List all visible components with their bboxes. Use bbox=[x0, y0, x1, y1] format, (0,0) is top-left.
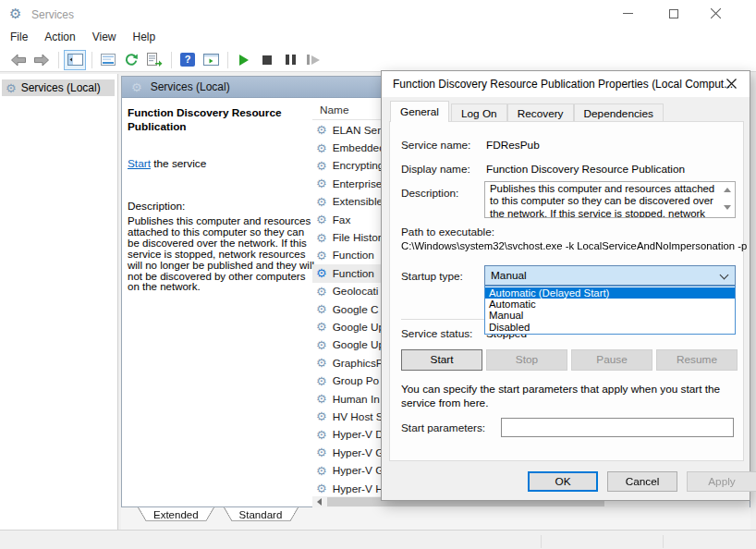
status-bar bbox=[0, 530, 756, 549]
dropdown-option[interactable]: Automatic bbox=[485, 299, 735, 310]
toolbar-separator bbox=[58, 52, 59, 68]
help-button[interactable]: ? bbox=[177, 50, 199, 70]
service-gear-icon: ⚙ bbox=[316, 482, 327, 494]
menu-item-help[interactable]: Help bbox=[125, 28, 165, 48]
menu-item-view[interactable]: View bbox=[84, 28, 125, 48]
service-row-label: Google Up bbox=[333, 338, 384, 351]
start-service-link[interactable]: Start bbox=[128, 157, 151, 170]
refresh-icon bbox=[124, 53, 139, 67]
dialog-tab-recovery[interactable]: Recovery bbox=[507, 104, 574, 122]
forward-button[interactable] bbox=[30, 50, 53, 70]
startup-type-label: Startup type: bbox=[401, 270, 463, 283]
scroll-up-icon[interactable] bbox=[724, 188, 731, 192]
ok-button[interactable]: OK bbox=[528, 471, 598, 492]
dialog-tab-log-on[interactable]: Log On bbox=[451, 104, 507, 122]
display-name-value: Function Discovery Resource Publication bbox=[486, 163, 685, 176]
service-gear-icon: ⚙ bbox=[316, 267, 327, 279]
service-row-label: Embedded bbox=[333, 141, 385, 154]
service-gear-icon: ⚙ bbox=[316, 160, 327, 172]
service-row-label: Extensible bbox=[333, 195, 383, 208]
view-tab-extended[interactable]: Extended bbox=[138, 507, 214, 526]
toolbar: ? bbox=[0, 48, 756, 72]
statusbar-divider bbox=[663, 535, 664, 548]
dialog-tab-strip: GeneralLog OnRecoveryDependencies bbox=[390, 102, 664, 122]
stop-service-button[interactable]: Stop bbox=[486, 349, 567, 371]
dropdown-option[interactable]: Manual bbox=[485, 310, 735, 321]
tree-item-services-local[interactable]: ⚙ Services (Local) bbox=[2, 79, 115, 96]
apply-button[interactable]: Apply bbox=[687, 471, 756, 492]
service-row-label: Function bbox=[333, 267, 374, 280]
dialog-close-button[interactable] bbox=[714, 71, 748, 95]
description-label: Description: bbox=[128, 200, 314, 213]
restart-icon bbox=[307, 55, 320, 65]
start-service-suffix: the service bbox=[151, 157, 206, 170]
pause-service-button[interactable]: Pause bbox=[571, 349, 652, 371]
service-row-label: File Histor bbox=[333, 231, 382, 244]
services-mmc-window: { "titlebar": { "title": "Services" }, "… bbox=[0, 0, 756, 549]
service-gear-icon: ⚙ bbox=[316, 142, 327, 154]
dialog-description-box[interactable]: Publishes this computer and resources at… bbox=[484, 181, 736, 218]
title-bar: ⚙ Services bbox=[0, 0, 756, 28]
close-button[interactable] bbox=[700, 0, 731, 27]
scroll-left-icon[interactable] bbox=[317, 498, 322, 506]
service-gear-icon: ⚙ bbox=[316, 196, 327, 208]
display-name-label: Display name: bbox=[401, 163, 470, 176]
toolbar-separator bbox=[171, 52, 172, 68]
dialog-tab-general[interactable]: General bbox=[390, 101, 449, 122]
service-row-label: Group Po bbox=[333, 374, 380, 387]
minimize-button[interactable] bbox=[612, 0, 643, 27]
service-name-value: FDResPub bbox=[486, 139, 540, 152]
toolbar-separator bbox=[91, 52, 92, 68]
show-console-tree-button[interactable] bbox=[64, 50, 86, 70]
service-row-label: Fax bbox=[333, 214, 351, 226]
refresh-button[interactable] bbox=[120, 50, 142, 70]
properties-button[interactable] bbox=[97, 50, 119, 70]
service-gear-icon: ⚙ bbox=[316, 393, 327, 405]
service-gear-icon: ⚙ bbox=[316, 232, 327, 244]
start-service-button[interactable] bbox=[233, 50, 255, 70]
service-row-label: Hyper-V D bbox=[333, 428, 384, 441]
service-gear-icon: ⚙ bbox=[316, 410, 327, 422]
service-row-label: Hyper-V H bbox=[333, 482, 384, 495]
close-icon bbox=[711, 8, 721, 18]
service-row-label: Encrypting bbox=[333, 159, 384, 172]
pause-service-button[interactable] bbox=[279, 50, 301, 70]
service-gear-icon: ⚙ bbox=[316, 375, 327, 387]
back-arrow-icon bbox=[10, 54, 27, 67]
start-service-button[interactable]: Start bbox=[401, 349, 482, 371]
export-list-button[interactable] bbox=[143, 50, 165, 70]
restart-service-button[interactable] bbox=[302, 50, 324, 70]
maximize-button[interactable] bbox=[658, 0, 689, 27]
services-gear-icon: ⚙ bbox=[6, 82, 17, 94]
view-tabs: ExtendedStandard bbox=[121, 507, 750, 530]
menu-item-action[interactable]: Action bbox=[36, 28, 83, 48]
start-service-line: Start the service bbox=[128, 157, 314, 170]
service-name-label: Service name: bbox=[401, 139, 470, 152]
menu-item-file[interactable]: File bbox=[2, 28, 36, 48]
service-gear-icon: ⚙ bbox=[316, 429, 327, 441]
resume-service-button[interactable]: Resume bbox=[656, 349, 738, 371]
dialog-tab-dependencies[interactable]: Dependencies bbox=[574, 104, 664, 122]
service-row-label: GraphicsP bbox=[333, 357, 384, 370]
cancel-button[interactable]: Cancel bbox=[607, 471, 677, 492]
chevron-down-icon bbox=[720, 271, 729, 280]
dropdown-option[interactable]: Automatic (Delayed Start) bbox=[485, 287, 735, 299]
service-row-label: Geolocati bbox=[333, 285, 379, 298]
service-gear-icon: ⚙ bbox=[316, 321, 327, 333]
scroll-down-icon[interactable] bbox=[724, 205, 731, 210]
show-action-pane-button[interactable] bbox=[200, 50, 222, 70]
startup-type-combobox[interactable]: Manual bbox=[484, 265, 736, 286]
service-gear-icon: ⚙ bbox=[316, 214, 327, 226]
dialog-title: Function Discovery Resource Publication … bbox=[393, 78, 733, 91]
descbox-scroll-arrows[interactable] bbox=[722, 184, 733, 217]
view-tab-standard[interactable]: Standard bbox=[224, 507, 299, 526]
back-button[interactable] bbox=[7, 50, 30, 70]
service-row-label: Enterprise bbox=[333, 177, 383, 190]
stop-service-button[interactable] bbox=[256, 50, 278, 70]
toolbar-separator bbox=[227, 52, 228, 68]
service-gear-icon: ⚙ bbox=[316, 339, 327, 351]
startup-type-dropdown: Automatic (Delayed Start)AutomaticManual… bbox=[484, 286, 736, 335]
dropdown-option[interactable]: Disabled bbox=[485, 322, 735, 333]
service-row-label: Human In bbox=[333, 393, 380, 406]
start-parameters-input[interactable] bbox=[501, 418, 734, 437]
